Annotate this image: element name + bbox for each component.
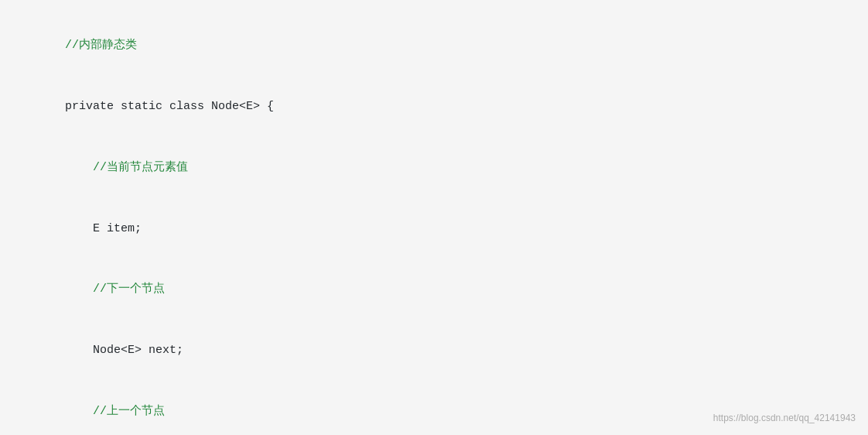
comment-5: //下一个节点 — [93, 283, 165, 296]
comment-7: //上一个节点 — [93, 405, 165, 418]
line-2: private static class Node<E> { — [23, 77, 845, 138]
line-5: //下一个节点 — [23, 259, 845, 320]
comment-3: //当前节点元素值 — [93, 161, 188, 174]
indent-7 — [65, 405, 93, 418]
indent-3 — [65, 161, 93, 174]
code-line-4: E item; — [65, 222, 142, 235]
watermark: https://blog.csdn.net/qq_42141943 — [713, 411, 856, 426]
line-7: //上一个节点 — [23, 382, 845, 436]
indent-5 — [65, 283, 93, 296]
code-line-6: Node<E> next; — [65, 344, 183, 357]
code-block: //内部静态类 private static class Node<E> { /… — [23, 15, 845, 435]
line-4: E item; — [23, 198, 845, 259]
code-line-2: private static class Node<E> { — [65, 100, 274, 113]
comment-1: //内部静态类 — [65, 39, 137, 52]
line-6: Node<E> next; — [23, 320, 845, 382]
code-container: //内部静态类 private static class Node<E> { /… — [0, 0, 868, 435]
line-1: //内部静态类 — [23, 15, 845, 77]
line-3: //当前节点元素值 — [23, 138, 845, 199]
